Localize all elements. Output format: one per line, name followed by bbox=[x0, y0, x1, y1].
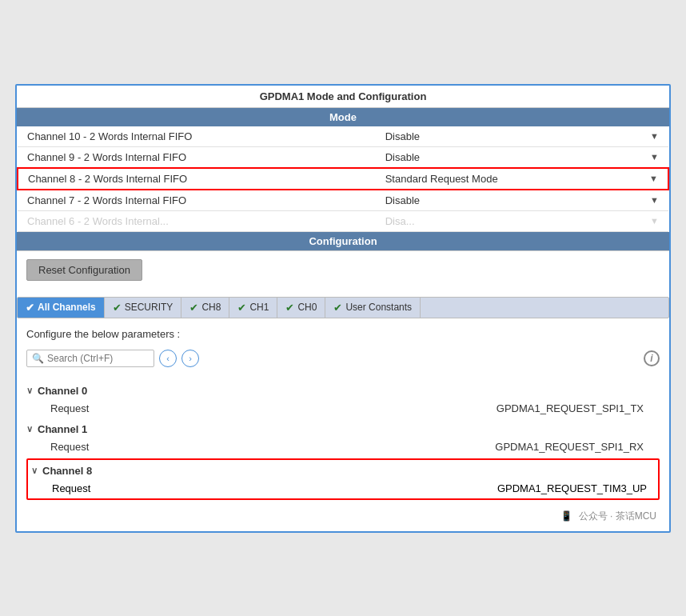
mode-channel-label: Channel 8 - 2 Words Internal FIFO bbox=[18, 168, 376, 190]
tab-ch1[interactable]: ✔CH1 bbox=[229, 298, 277, 318]
channel8-group: ∨Channel 8RequestGPDMA1_REQUEST_TIM3_UP bbox=[26, 458, 660, 500]
mode-channel-label: Channel 10 - 2 Words Internal FIFO bbox=[18, 126, 376, 147]
chevron-icon: ∨ bbox=[31, 466, 38, 476]
search-icon: 🔍 bbox=[32, 353, 44, 364]
tab-label: User Constants bbox=[345, 302, 412, 313]
request-value: GPDMA1_REQUEST_TIM3_UP bbox=[497, 482, 655, 494]
mode-header: Mode bbox=[17, 108, 669, 126]
main-panel: GPDMA1 Mode and Configuration Mode Chann… bbox=[15, 84, 671, 533]
mode-channel-value[interactable]: Disable▼ bbox=[376, 190, 668, 211]
check-icon: ✔ bbox=[189, 302, 198, 314]
channel8-label: Channel 8 bbox=[42, 465, 92, 477]
check-icon: ✔ bbox=[113, 302, 122, 314]
request-label: Request bbox=[50, 402, 178, 414]
tabs-bar: ✔All Channels✔SECURITY✔CH8✔CH1✔CH0✔User … bbox=[17, 297, 669, 318]
channel-group-1: ∨Channel 1RequestGPDMA1_REQUEST_SPI1_RX bbox=[26, 420, 660, 455]
tab-label: CH1 bbox=[249, 302, 269, 313]
channel8-header[interactable]: ∨Channel 8 bbox=[31, 462, 655, 480]
mode-channel-value[interactable]: Disa...▼ bbox=[376, 210, 668, 231]
wechat-icon: 📱 bbox=[560, 510, 572, 522]
check-icon: ✔ bbox=[285, 302, 294, 314]
tab-all-channels[interactable]: ✔All Channels bbox=[18, 298, 105, 318]
request-value: GPDMA1_REQUEST_SPI1_RX bbox=[495, 441, 660, 453]
watermark: 📱 公众号 · 茶话MCU bbox=[17, 503, 669, 531]
tab-security[interactable]: ✔SECURITY bbox=[105, 298, 182, 318]
config-header: Configuration bbox=[17, 232, 669, 250]
channel-request-row: RequestGPDMA1_REQUEST_SPI1_RX bbox=[26, 438, 660, 455]
channel-request-row: RequestGPDMA1_REQUEST_SPI1_TX bbox=[26, 400, 660, 417]
panel-title: GPDMA1 Mode and Configuration bbox=[17, 86, 669, 108]
tab-label: CH0 bbox=[297, 302, 317, 313]
request-label: Request bbox=[52, 482, 90, 494]
mode-channel-value[interactable]: Standard Request Mode▼ bbox=[376, 168, 668, 190]
tab-label: SECURITY bbox=[125, 302, 173, 313]
reset-config-button[interactable]: Reset Configuration bbox=[26, 259, 142, 281]
channel8-request-row: RequestGPDMA1_REQUEST_TIM3_UP bbox=[31, 480, 655, 497]
channel-group-0: ∨Channel 0RequestGPDMA1_REQUEST_SPI1_TX bbox=[26, 382, 660, 417]
tree-section: ∨Channel 0RequestGPDMA1_REQUEST_SPI1_TX∨… bbox=[17, 382, 669, 500]
info-icon: i bbox=[644, 350, 660, 366]
check-icon: ✔ bbox=[26, 302, 34, 314]
config-label: Configure the below parameters : bbox=[26, 328, 660, 340]
mode-table: Channel 10 - 2 Words Internal FIFODisabl… bbox=[17, 126, 669, 232]
channel-header-0[interactable]: ∨Channel 0 bbox=[26, 382, 660, 400]
chevron-icon: ∨ bbox=[26, 386, 33, 396]
mode-channel-value[interactable]: Disable▼ bbox=[376, 146, 668, 168]
next-arrow[interactable]: › bbox=[181, 350, 199, 367]
mode-channel-label: Channel 7 - 2 Words Internal FIFO bbox=[18, 190, 376, 211]
search-row: 🔍 ‹ › i bbox=[26, 350, 660, 367]
request-value: GPDMA1_REQUEST_SPI1_TX bbox=[497, 402, 660, 414]
tab-ch8[interactable]: ✔CH8 bbox=[181, 298, 229, 318]
tab-label: CH8 bbox=[201, 302, 221, 313]
search-input[interactable] bbox=[47, 353, 143, 364]
tab-ch0[interactable]: ✔CH0 bbox=[277, 298, 325, 318]
check-icon: ✔ bbox=[237, 302, 246, 314]
tab-user-constants[interactable]: ✔User Constants bbox=[325, 298, 421, 318]
search-box[interactable]: 🔍 bbox=[26, 350, 154, 367]
channel-header-1[interactable]: ∨Channel 1 bbox=[26, 420, 660, 438]
check-icon: ✔ bbox=[333, 302, 342, 314]
channel-name: Channel 0 bbox=[38, 385, 87, 397]
mode-channel-value[interactable]: Disable▼ bbox=[376, 126, 668, 147]
prev-arrow[interactable]: ‹ bbox=[159, 350, 177, 367]
chevron-icon: ∨ bbox=[26, 424, 33, 434]
mode-channel-label: Channel 9 - 2 Words Internal FIFO bbox=[18, 146, 376, 168]
request-label: Request bbox=[50, 441, 178, 453]
mode-channel-label: Channel 6 - 2 Words Internal... bbox=[18, 210, 376, 231]
tab-label: All Channels bbox=[38, 302, 96, 313]
channel-name: Channel 1 bbox=[38, 423, 87, 435]
config-section: Reset Configuration bbox=[17, 250, 669, 297]
